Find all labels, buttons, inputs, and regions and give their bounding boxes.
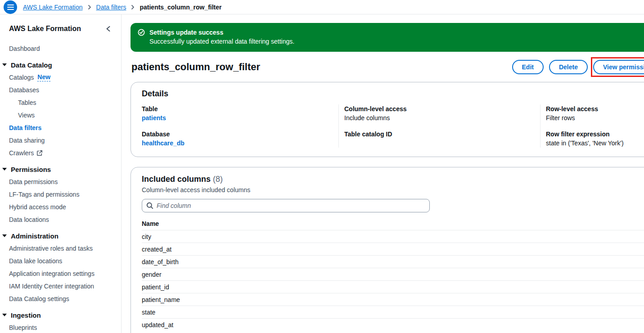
sidebar-item-crawlers[interactable]: Crawlers [0,147,121,159]
sidebar-item-data-catalog-settings[interactable]: Data Catalog settings [0,292,121,305]
sidebar-section-ingestion[interactable]: Ingestion [0,309,121,321]
row-level-access-label: Row-level access [546,104,644,113]
column-level-access-value: Include columns [344,113,533,122]
success-flashbar: Settings update success Successfully upd… [131,23,644,52]
caret-down-icon [2,234,7,237]
edit-button[interactable]: Edit [512,60,544,74]
sidebar-item-data-sharing[interactable]: Data sharing [0,134,121,147]
sidebar-item-dashboard[interactable]: Dashboard [0,42,121,55]
sidebar-item-blueprints[interactable]: Blueprints [0,321,121,333]
table-row: patient_name [142,293,644,306]
sidebar-section-permissions[interactable]: Permissions [0,163,121,176]
chevron-right-icon [130,4,135,10]
row-filter-expression-value: state in ('Texas', 'New York') [546,139,644,148]
external-link-icon [36,150,43,156]
table-link[interactable]: patients [142,114,166,122]
sidebar-item-app-integration-settings[interactable]: Application integration settings [0,267,121,280]
table-row: gender [142,268,644,281]
sidebar-item-tables[interactable]: Tables [0,96,121,109]
columns-table: Name city created_at date_of_birth gende… [142,217,644,331]
check-circle-icon [138,29,145,47]
breadcrumb-link-data-filters[interactable]: Data filters [96,4,126,11]
table-row: created_at [142,243,644,256]
caret-down-icon [2,168,7,171]
caret-down-icon [2,63,7,66]
sidebar-item-catalogs[interactable]: Catalogs New [0,71,121,84]
details-card-title: Details [142,89,644,99]
included-columns-title: Included columns (8) [142,175,644,184]
sidebar-item-data-filters[interactable]: Data filters [0,122,121,134]
sidebar-collapse-icon[interactable] [105,26,111,32]
breadcrumb-link-lake-formation[interactable]: AWS Lake Formation [23,4,83,11]
chevron-right-icon [87,4,92,10]
table-label: Table [142,104,331,113]
details-card: Details Table patients Database healthca… [131,82,644,157]
breadcrumb-current-page: patients_column_row_filter [140,4,221,11]
sidebar-title[interactable]: AWS Lake Formation [9,25,81,33]
columns-table-header-name: Name [142,217,644,230]
side-navigation: AWS Lake Formation Dashboard Data Catalo… [0,14,122,333]
database-label: Database [142,130,331,139]
row-filter-expression-label: Row filter expression [546,130,644,139]
sidebar-item-admin-roles[interactable]: Administrative roles and tasks [0,242,121,255]
sidebar-section-administration[interactable]: Administration [0,230,121,242]
table-row: updated_at [142,319,644,331]
sidebar-item-data-permissions[interactable]: Data permissions [0,176,121,188]
view-permissions-button[interactable]: View permissions [593,60,644,74]
sidebar-item-hybrid-access-mode[interactable]: Hybrid access mode [0,201,121,213]
search-icon [146,202,153,211]
flash-message: Successfully updated external data filte… [149,37,294,46]
included-columns-description: Column-level access included columns [142,186,644,194]
sidebar-item-lf-tags[interactable]: LF-Tags and permissions [0,188,121,201]
included-columns-card: Included columns (8) Column-level access… [131,167,644,333]
table-row: state [142,306,644,319]
sidebar-item-databases[interactable]: Databases [0,84,121,96]
sidebar-item-data-locations[interactable]: Data locations [0,213,121,226]
top-navigation-bar: AWS Lake Formation Data filters patients… [0,0,644,14]
caret-down-icon [2,314,7,316]
table-row: date_of_birth [142,256,644,268]
row-level-access-value: Filter rows [546,113,644,122]
table-row: city [142,230,644,243]
delete-button[interactable]: Delete [549,60,588,74]
main-content: Settings update success Successfully upd… [122,14,644,333]
find-column-input[interactable] [142,199,430,212]
sidebar-item-data-lake-locations[interactable]: Data lake locations [0,255,121,267]
table-row: patient_id [142,281,644,293]
new-badge[interactable]: New [37,73,50,81]
database-link[interactable]: healthcare_db [142,140,185,147]
sidebar-item-iam-identity-center[interactable]: IAM Identity Center integration [0,280,121,292]
column-level-access-label: Column-level access [344,104,533,113]
hamburger-menu-icon[interactable] [4,0,17,14]
page-title: patients_column_row_filter [131,61,260,73]
breadcrumb: AWS Lake Formation Data filters patients… [23,4,222,11]
flash-title: Settings update success [149,28,294,37]
included-columns-count: (8) [213,175,223,184]
sidebar-section-data-catalog[interactable]: Data Catalog [0,58,121,71]
sidebar-item-views[interactable]: Views [0,109,121,122]
page-actions: Edit Delete View permissions [512,60,644,74]
table-catalog-id-label: Table catalog ID [344,130,533,139]
